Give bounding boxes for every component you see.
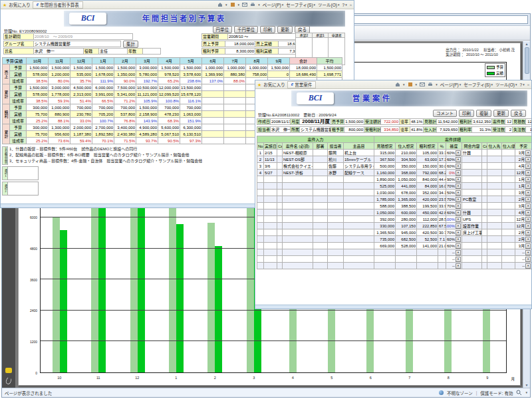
- menu-page[interactable]: ページ(P)▾: [263, 1, 284, 8]
- zoom-options-icon[interactable]: ▾: [525, 391, 527, 394]
- dropdown-button[interactable]: ▾: [525, 217, 531, 222]
- case-cell-prob: --▾: [446, 256, 462, 263]
- dropdown-button[interactable]: ▾: [456, 157, 461, 162]
- home-icon[interactable]: [217, 2, 223, 7]
- budget-cell: 7,500,000: [114, 84, 136, 91]
- menu-tools[interactable]: ツール(O)▾: [318, 1, 339, 8]
- scrollbar-thumb[interactable]: [525, 47, 529, 74]
- budget-cell: 90.5%: [158, 138, 180, 144]
- overflow-chevron-icon[interactable]: »: [350, 3, 352, 7]
- aggregation-period-value[interactable]: 2008/10 ～ 2009/09: [33, 33, 133, 40]
- dropdown-button[interactable]: ▾: [525, 184, 531, 189]
- win2-page-tab[interactable]: e 営業案件: [287, 81, 317, 88]
- feeds-icon[interactable]: [408, 82, 413, 87]
- win2-button-4[interactable]: 更新: [493, 110, 509, 117]
- comments-panel-icon[interactable]: [5, 368, 12, 373]
- help-icon[interactable]: ?▾: [520, 82, 525, 87]
- dropdown-button[interactable]: ▾: [525, 150, 531, 156]
- zoom-icon[interactable]: [516, 390, 522, 396]
- name-value[interactable]: 水沢 伸一: [33, 48, 84, 55]
- dropdown-button[interactable]: ▾: [456, 243, 461, 249]
- menu-page[interactable]: ページ(P)▾: [440, 81, 462, 88]
- dropdown-button[interactable]: ▾: [456, 223, 461, 229]
- win2-button-3[interactable]: 複製: [476, 110, 491, 117]
- scroll-down-icon[interactable]: ▼: [525, 383, 529, 387]
- print-icon[interactable]: [428, 82, 433, 87]
- dropdown-button[interactable]: ▾: [525, 210, 531, 215]
- favorites-star-icon[interactable]: ★: [257, 82, 261, 87]
- dropdown-button[interactable]: ▾: [456, 177, 461, 182]
- home-icon[interactable]: [395, 82, 400, 87]
- scroll-up-icon[interactable]: ▲: [525, 42, 529, 46]
- dropdown-button[interactable]: ▾: [525, 197, 531, 202]
- dropdown-button[interactable]: ▾: [456, 263, 461, 269]
- budget-cell: 88.1%: [49, 118, 70, 124]
- dropdown-button[interactable]: ▾: [525, 170, 531, 176]
- dropdown-button[interactable]: ▾: [525, 203, 531, 209]
- dropdown-button[interactable]: ▾: [456, 250, 461, 255]
- month-header: 12月: [70, 58, 92, 65]
- dropdown-button[interactable]: ▾: [525, 157, 531, 162]
- average-cell: 1,698,771: [317, 71, 342, 78]
- dropdown-button[interactable]: ▾: [456, 184, 461, 189]
- menu-safety[interactable]: セーフティ(S)▾: [286, 1, 315, 8]
- dropdown-button[interactable]: ▾: [525, 257, 531, 262]
- dropdown-button[interactable]: ▾: [525, 250, 531, 255]
- dropdown-button[interactable]: ▾: [525, 230, 531, 235]
- favorites-button[interactable]: お気に入り: [263, 81, 285, 88]
- win1-page-tab[interactable]: e 年間担当者別予算表: [33, 1, 83, 9]
- note-line: 3．セキュリティ商品→目標件数：4件-金融・自治体 担当営業へのカタログ紹介・サ…: [9, 158, 202, 164]
- overflow-chevron-icon[interactable]: »: [527, 82, 529, 86]
- years-value[interactable]: [142, 48, 161, 55]
- win2-button-5[interactable]: 戻る: [511, 110, 526, 117]
- position-value[interactable]: 主任: [98, 48, 128, 55]
- win2-button-1[interactable]: コメント: [433, 110, 457, 117]
- dropdown-button[interactable]: ▾: [456, 237, 461, 242]
- dropdown-button[interactable]: ▾: [525, 164, 531, 169]
- favorites-star-icon[interactable]: ★: [3, 3, 7, 7]
- win2-button-2[interactable]: 印刷: [459, 110, 474, 117]
- print-icon[interactable]: [250, 2, 255, 7]
- dropdown-button[interactable]: ▾: [456, 197, 461, 202]
- dropdown-button[interactable]: ▾: [525, 243, 531, 249]
- dropdown-button[interactable]: ▾: [456, 217, 461, 222]
- dropdown-button[interactable]: ▾: [456, 164, 461, 169]
- case-cell-person: [328, 209, 344, 216]
- case-cell-supplier: [487, 263, 502, 269]
- help-icon[interactable]: ?▾: [342, 3, 347, 7]
- dropdown-button[interactable]: ▾: [525, 223, 531, 229]
- win1-button-4[interactable]: 更新: [277, 26, 293, 33]
- case-cell-ca: [277, 209, 283, 216]
- mail-icon[interactable]: [242, 2, 247, 7]
- dropdown-button[interactable]: ▾: [456, 170, 461, 176]
- feeds-icon[interactable]: [230, 2, 235, 7]
- dropdown-button[interactable]: ▾: [456, 203, 461, 209]
- dropdown-button[interactable]: ▾: [525, 190, 531, 196]
- dropdown-button[interactable]: ▾: [456, 190, 461, 196]
- favorites-button[interactable]: お気に入り: [9, 1, 31, 8]
- aggregate-button[interactable]: 集計: [123, 41, 138, 48]
- win1-button-2[interactable]: 千円単位: [234, 26, 258, 33]
- win1-button-3[interactable]: 印刷: [260, 26, 275, 33]
- dropdown-button[interactable]: ▾: [456, 150, 461, 156]
- group-name-value[interactable]: システム機器営業部: [33, 41, 121, 47]
- mail-icon[interactable]: [420, 82, 425, 87]
- budget-cell: 100.8%: [158, 98, 180, 104]
- total-cell: 18,000,000: [290, 65, 317, 71]
- case-cell-supplier: [487, 170, 502, 176]
- budget-cell: 6,130,510: [180, 131, 202, 138]
- month-header: 7月: [224, 58, 246, 65]
- sales-period-value[interactable]: 2008/10 ～: [227, 33, 301, 40]
- dropdown-button[interactable]: ▾: [525, 177, 531, 182]
- dropdown-button[interactable]: ▾: [525, 263, 531, 269]
- win2-manage-no: 管理No.EA2008110002 更新日 : 2009/9/24: [258, 112, 336, 118]
- menu-tools[interactable]: ツール(O)▾: [495, 81, 517, 88]
- win1-button-1[interactable]: 円単位: [213, 26, 233, 33]
- dropdown-button[interactable]: ▾: [525, 237, 531, 242]
- dropdown-button[interactable]: ▾: [456, 230, 461, 235]
- dropdown-button[interactable]: ▾: [456, 257, 461, 262]
- dropdown-button[interactable]: ▾: [456, 210, 461, 215]
- attachments-panel-icon[interactable]: [5, 376, 12, 385]
- budget-cell: 1,369,990: [202, 71, 224, 78]
- menu-safety[interactable]: セーフティ(S)▾: [464, 81, 493, 88]
